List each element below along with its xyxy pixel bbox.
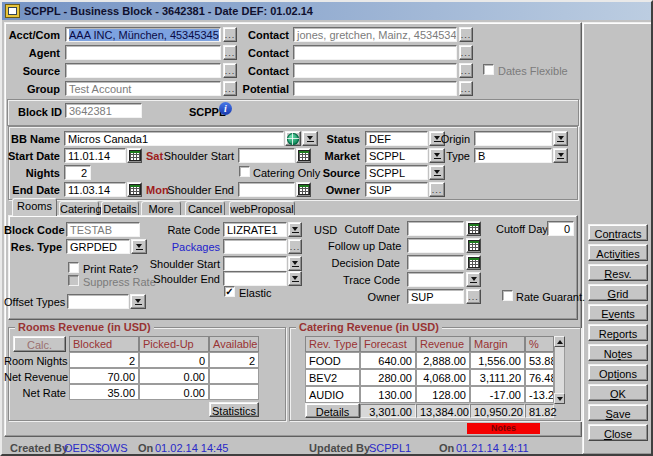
packages-ellipsis-button[interactable]: ... [288,239,302,254]
rooms-cell[interactable]: 35.00 [69,384,139,400]
rooms-cell[interactable]: 70.00 [69,368,139,384]
catering-only-checkbox[interactable] [239,166,250,177]
notes-indicator-badge[interactable]: Notes [467,423,540,434]
cutoff-days-field[interactable]: 0 [547,221,574,236]
tab-shoulder-end-field[interactable] [223,271,287,286]
offset-types-field[interactable] [67,294,129,309]
dates-flexible-checkbox[interactable] [483,64,494,75]
origin-field[interactable] [474,131,552,146]
cutoff-date-calendar-button[interactable] [466,221,481,236]
tab-webproposal[interactable]: webProposal [229,201,295,215]
potential-ellipsis-button[interactable]: ... [459,81,473,96]
calc-button[interactable]: Calc. [13,336,66,352]
follow-up-date-field[interactable] [407,238,464,253]
trace-code-field[interactable] [407,272,464,287]
suppress-rate-checkbox[interactable] [68,275,79,286]
catering-cell[interactable]: 3,111.20 [470,369,525,386]
decision-date-calendar-button[interactable] [466,255,481,270]
nights-field[interactable]: 2 [64,165,91,180]
rate-guarant-checkbox[interactable] [502,290,513,301]
rooms-cell[interactable] [209,368,259,384]
tab-cancel[interactable]: Cancel [185,201,225,215]
sidebar-button-save[interactable]: Save [588,404,648,421]
rooms-cell[interactable] [209,384,259,400]
catering-cell[interactable]: 130.00 [360,386,416,403]
catering-cell[interactable]: -13.28 [525,386,554,403]
bb-name-globe-button[interactable] [285,131,301,146]
shoulder-start-calendar-button[interactable] [296,148,311,163]
rooms-cell[interactable]: 0.00 [139,384,209,400]
catering-cell[interactable]: 76.48 [525,369,554,386]
catering-cell-type[interactable]: FOOD [305,352,360,369]
rooms-cell[interactable]: 2 [69,352,139,368]
tab-owner-field[interactable]: SUP [407,289,464,304]
trace-code-dropdown-button[interactable] [466,272,481,287]
rooms-cell[interactable]: 0.00 [139,368,209,384]
source-field[interactable] [65,63,221,78]
info-icon[interactable]: i [219,102,232,115]
offset-types-dropdown-button[interactable] [130,294,146,309]
catering-cell[interactable]: -17.00 [470,386,525,403]
bb-source-field[interactable]: SCPPL [365,165,428,180]
start-date-calendar-button[interactable] [127,148,142,163]
tab-owner-ellipsis-button[interactable]: ... [466,289,481,304]
rooms-cell[interactable]: 0 [139,352,209,368]
agent-field[interactable] [65,45,221,60]
rate-code-dropdown-button[interactable] [288,222,302,237]
cutoff-date-field[interactable] [407,221,464,236]
decision-date-field[interactable] [407,255,464,270]
shoulder-start-field[interactable] [238,148,295,163]
details-button[interactable]: Details [305,403,360,418]
tab-more[interactable]: More [141,201,181,215]
end-date-calendar-button[interactable] [127,182,142,197]
catering-cell[interactable]: 53.88 [525,352,554,369]
sidebar-button-resv[interactable]: Resv. [588,264,648,281]
bb-name-field[interactable]: Micros Canada1 [64,131,284,146]
sidebar-button-ok[interactable]: OK [588,384,648,401]
tab-shoulder-end-dropdown-button[interactable] [288,271,302,286]
catering-cell[interactable]: 280.00 [360,369,416,386]
rate-code-field[interactable]: LIZRATE1 [223,222,287,237]
status-field[interactable]: DEF [365,131,428,146]
res-type-field[interactable]: GRPDED [66,239,130,254]
catering-cell-type[interactable]: AUDIO [305,386,360,403]
shoulder-end-calendar-button[interactable] [296,182,311,197]
sidebar-button-grid[interactable]: Grid [588,284,648,301]
sidebar-button-notes[interactable]: Notes [588,344,648,361]
catering-cell[interactable]: 1,556.00 [470,352,525,369]
tab-shoulder-start-field[interactable] [223,256,287,271]
bb-owner-ellipsis-button[interactable]: ... [429,182,445,197]
elastic-checkbox[interactable] [224,286,235,297]
shoulder-end-field[interactable] [238,182,295,197]
end-date-field[interactable]: 11.03.14 [64,182,126,197]
tab-details[interactable]: Details [101,201,139,215]
origin-dropdown-button[interactable] [553,131,568,146]
rooms-cell[interactable]: 2 [209,352,259,368]
contact1-ellipsis-button[interactable]: ... [459,27,473,42]
tab-rooms[interactable]: Rooms [12,198,57,216]
scroll-up-button[interactable] [554,336,565,347]
sidebar-button-events[interactable]: Events [588,304,648,321]
sidebar-button-activities[interactable]: Activities [588,244,648,261]
contact1-field[interactable]: jones, gretchen, Mainz, 45345345 [293,27,457,42]
block-code-field[interactable]: TESTAB [66,222,140,237]
print-rate-checkbox[interactable] [68,262,79,273]
packages-field[interactable] [223,239,287,254]
potential-field[interactable] [293,81,457,96]
type-dropdown-button[interactable] [553,148,568,163]
bb-source-dropdown-button[interactable] [429,165,445,180]
sidebar-button-close[interactable]: Close [588,424,648,441]
contact3-ellipsis-button[interactable]: ... [459,63,473,78]
acct-com-field[interactable]: AAA INC, München, 45345345 [65,27,221,42]
bb-owner-field[interactable]: SUP [365,182,428,197]
tab-catering[interactable]: Catering [59,201,99,215]
catering-cell[interactable]: 128.00 [416,386,470,403]
contact3-field[interactable] [293,63,457,78]
catering-cell[interactable]: 640.00 [360,352,416,369]
res-type-dropdown-button[interactable] [131,239,147,254]
group-field[interactable]: Test Account [65,81,221,96]
type-field[interactable]: B [474,148,552,163]
sidebar-button-contracts[interactable]: Contracts [588,224,648,241]
sidebar-button-options[interactable]: Options [588,364,648,381]
block-id-field[interactable]: 3642381 [65,103,142,118]
